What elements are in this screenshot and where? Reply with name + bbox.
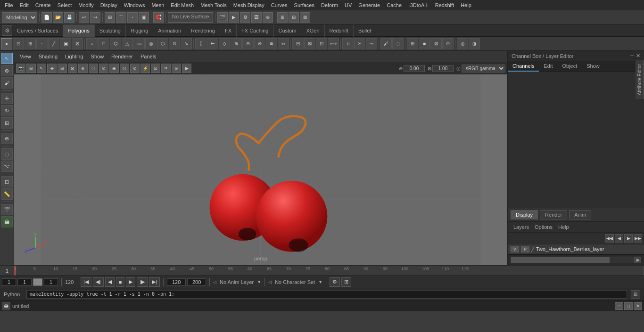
vp-colorspace-dropdown[interactable]: sRGB gamma bbox=[462, 65, 505, 73]
bevel-icon[interactable]: ◇ bbox=[219, 38, 230, 49]
step-fwd-btn[interactable]: |▶ bbox=[137, 277, 148, 287]
menu-surfaces[interactable]: Surfaces bbox=[291, 1, 317, 9]
bridge-icon[interactable]: ⊢ bbox=[207, 38, 218, 49]
wireframe-icon[interactable]: ⊞ bbox=[407, 38, 418, 49]
go-to-start-btn[interactable]: |◀ bbox=[81, 277, 91, 287]
vp-isolate-icon[interactable]: ⊛ bbox=[172, 64, 181, 73]
combine-icon[interactable]: ⊕ bbox=[231, 38, 242, 49]
tab-sculpting[interactable]: Sculpting bbox=[95, 24, 126, 37]
menu-edit[interactable]: Edit bbox=[17, 1, 32, 9]
paint-select-icon[interactable]: 🖌 bbox=[380, 38, 392, 49]
select-edge-icon[interactable]: ╱ bbox=[48, 38, 59, 49]
prism-icon[interactable]: ⬡ bbox=[157, 38, 168, 49]
layer-visibility-toggle[interactable]: V bbox=[511, 246, 519, 252]
menu-modify[interactable]: Modify bbox=[75, 1, 96, 9]
vp-rotation-value[interactable]: 0.00 bbox=[404, 65, 425, 72]
play-fwd-btn[interactable]: ▶ bbox=[126, 277, 135, 287]
vp-ao-icon[interactable]: ◎ bbox=[120, 64, 129, 73]
go-to-end-btn[interactable]: ▶| bbox=[149, 277, 160, 287]
vp-menu-view[interactable]: View bbox=[18, 53, 33, 60]
playback-settings-btn[interactable]: ⚙ bbox=[330, 277, 340, 287]
dr-tab-display[interactable]: Display bbox=[511, 210, 538, 219]
camera-btn[interactable]: 🏔 bbox=[1, 216, 13, 227]
menu-display[interactable]: Display bbox=[98, 1, 120, 9]
pipe-icon[interactable]: ⊙ bbox=[169, 38, 180, 49]
cb-tab-show[interactable]: Show bbox=[582, 61, 604, 72]
snap-align-btn[interactable]: ⊡ bbox=[1, 176, 13, 187]
layer-scroll-right[interactable]: ▶ bbox=[635, 257, 641, 263]
layer-next-icon[interactable]: ▶▶ bbox=[634, 234, 642, 243]
menu-mesh-display[interactable]: Mesh Display bbox=[231, 1, 267, 9]
select-component-icon[interactable]: ⊞ bbox=[25, 38, 36, 49]
tab-curves-surfaces[interactable]: Curves / Surfaces bbox=[12, 24, 63, 37]
snap-surface-icon[interactable]: ▣ bbox=[139, 12, 149, 23]
redo-icon[interactable]: ↪ bbox=[90, 12, 100, 23]
vp-shadow-icon[interactable]: ◉ bbox=[109, 64, 119, 73]
vp-camera-icon[interactable]: 📷 bbox=[16, 64, 25, 73]
tab-bullet[interactable]: Bullet bbox=[354, 24, 377, 37]
attribute-editor-tab[interactable]: Attribute Editor bbox=[636, 60, 644, 99]
options-menu[interactable]: Options bbox=[532, 223, 555, 231]
channel-box-close-icon[interactable]: ✕ bbox=[636, 53, 640, 59]
cube-icon[interactable]: □ bbox=[98, 38, 109, 49]
texture-icon[interactable]: ⊠ bbox=[430, 38, 442, 49]
select-tool-btn[interactable]: ↖ bbox=[1, 53, 13, 64]
extrude-icon[interactable]: ⟦ bbox=[195, 38, 206, 49]
separate-icon[interactable]: ⊖ bbox=[242, 38, 254, 49]
snap-grid-icon[interactable]: ⊞ bbox=[105, 12, 115, 23]
cylinder-icon[interactable]: ⌬ bbox=[110, 38, 121, 49]
char-set-dropdown-icon[interactable]: ▼ bbox=[318, 280, 322, 284]
help-menu[interactable]: Help bbox=[555, 223, 572, 231]
scale-tool-btn[interactable]: ⊞ bbox=[1, 117, 13, 129]
open-file-icon[interactable]: 📂 bbox=[53, 12, 63, 23]
tab-redshift[interactable]: Redshift bbox=[325, 24, 354, 37]
boolean-icon[interactable]: ⊗ bbox=[254, 38, 265, 49]
backface-icon[interactable]: ◑ bbox=[469, 38, 480, 49]
hud-icon[interactable]: ⊕ bbox=[263, 12, 273, 23]
menu-mesh[interactable]: Mesh bbox=[149, 1, 167, 9]
layer-playback-toggle[interactable]: P bbox=[521, 246, 529, 252]
playback-frame-start[interactable]: 1 bbox=[2, 278, 16, 286]
slide-edge-icon[interactable]: ⟺ bbox=[328, 38, 339, 49]
panel-layout-icon[interactable]: ⊠ bbox=[300, 12, 310, 23]
dr-tab-anim[interactable]: Anim bbox=[569, 210, 591, 219]
layer-prev-icon[interactable]: ◀◀ bbox=[605, 234, 614, 243]
loop-cut-icon[interactable]: ⊟ bbox=[292, 38, 304, 49]
vp-hud-icon[interactable]: ⊡ bbox=[151, 64, 160, 73]
menu-uv[interactable]: UV bbox=[342, 1, 355, 9]
vp-select-mode-icon[interactable]: ↖ bbox=[37, 64, 46, 73]
vp-smooth-icon[interactable]: ≋ bbox=[161, 64, 171, 73]
shade-icon[interactable]: ■ bbox=[419, 38, 430, 49]
offset-edge-icon[interactable]: ⊡ bbox=[316, 38, 327, 49]
vp-menu-panels[interactable]: Panels bbox=[139, 53, 158, 60]
torus-icon[interactable]: ◎ bbox=[145, 38, 157, 49]
tab-polygons[interactable]: Polygons bbox=[63, 24, 94, 37]
lasso-select-btn[interactable]: ⊛ bbox=[1, 65, 13, 76]
stop-btn[interactable]: ■ bbox=[116, 277, 125, 287]
cone-icon[interactable]: △ bbox=[122, 38, 133, 49]
move-tool-btn[interactable]: ✛ bbox=[1, 93, 13, 104]
play-back-btn[interactable]: ◀ bbox=[105, 277, 115, 287]
vp-menu-shading[interactable]: Shading bbox=[37, 53, 59, 60]
snap-curve-icon[interactable]: ⌒ bbox=[116, 12, 126, 23]
menu-mesh-tools[interactable]: Mesh Tools bbox=[198, 1, 229, 9]
measure-btn[interactable]: 📏 bbox=[1, 188, 13, 200]
playback-frame-current[interactable] bbox=[17, 278, 32, 286]
menu-curves[interactable]: Curves bbox=[268, 1, 290, 9]
select-face-icon[interactable]: ▣ bbox=[60, 38, 71, 49]
mode-dropdown[interactable]: Modeling bbox=[2, 12, 37, 23]
vp-silhouette-icon[interactable]: ◌ bbox=[89, 64, 98, 73]
vp-grid-icon[interactable]: ⊟ bbox=[58, 64, 67, 73]
tab-fx-caching[interactable]: FX Caching bbox=[237, 24, 273, 37]
tab-rendering[interactable]: Rendering bbox=[186, 24, 220, 37]
layers-menu[interactable]: Layers bbox=[511, 223, 532, 231]
menu-edit-mesh[interactable]: Edit Mesh bbox=[168, 1, 197, 9]
settings-button[interactable]: ⚙ bbox=[2, 25, 12, 36]
vp-playblast-icon[interactable]: ▶ bbox=[182, 64, 191, 73]
new-file-icon[interactable]: 📄 bbox=[41, 12, 52, 23]
light-shade-icon[interactable]: ⊙ bbox=[442, 38, 454, 49]
window-close-btn[interactable]: ✕ bbox=[634, 302, 642, 310]
connect-icon[interactable]: ⊸ bbox=[366, 38, 377, 49]
smooth-icon[interactable]: ≋ bbox=[266, 38, 277, 49]
panel-config-icon[interactable]: ⊟ bbox=[289, 12, 299, 23]
